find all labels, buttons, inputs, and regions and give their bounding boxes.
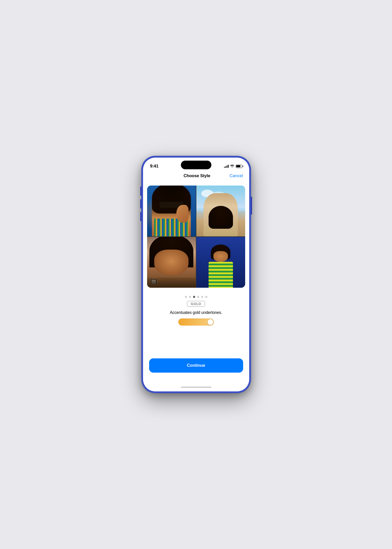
phone-screen: 9:41 Choose Style Cancel [143, 158, 249, 391]
dot-6[interactable] [205, 296, 207, 298]
photo-cell-4[interactable] [196, 237, 245, 288]
cancel-button[interactable]: Cancel [230, 173, 243, 178]
style-label: GOLD [187, 301, 205, 307]
signal-bars-icon [224, 165, 229, 168]
phone-frame: 9:41 Choose Style Cancel [142, 156, 251, 393]
home-indicator [143, 383, 249, 391]
main-content: GOLD Accentuates gold undertones. Contin… [143, 181, 249, 391]
wifi-icon [230, 164, 234, 168]
status-time: 9:41 [150, 164, 159, 169]
style-label-container: GOLD [143, 300, 249, 308]
dot-3[interactable] [193, 296, 195, 298]
photo-cell-2[interactable] [196, 186, 245, 236]
photo-cell-1[interactable] [147, 186, 196, 236]
photo-grid[interactable] [147, 186, 245, 288]
style-description: Accentuates gold undertones. [143, 308, 249, 316]
pagination-dots[interactable] [143, 292, 249, 300]
nav-bar: Choose Style Cancel [143, 171, 249, 181]
battery-icon [236, 165, 242, 168]
home-bar [181, 387, 211, 388]
dot-5[interactable] [201, 296, 203, 298]
slider-thumb[interactable] [208, 319, 213, 325]
dynamic-island [181, 161, 211, 169]
continue-button-label: Continue [187, 363, 205, 368]
dot-1[interactable] [185, 296, 187, 298]
status-bar: 9:41 [143, 158, 249, 171]
dot-2[interactable] [189, 296, 191, 298]
page-title: Choose Style [183, 173, 210, 178]
continue-container: Continue [143, 358, 249, 383]
slider-container[interactable] [143, 316, 249, 331]
photo-grid-container [143, 181, 249, 292]
photo-cell-3[interactable] [147, 237, 196, 288]
dot-4[interactable] [197, 296, 199, 298]
status-icons [224, 164, 242, 168]
continue-button[interactable]: Continue [149, 358, 243, 373]
style-intensity-slider[interactable] [178, 318, 214, 326]
